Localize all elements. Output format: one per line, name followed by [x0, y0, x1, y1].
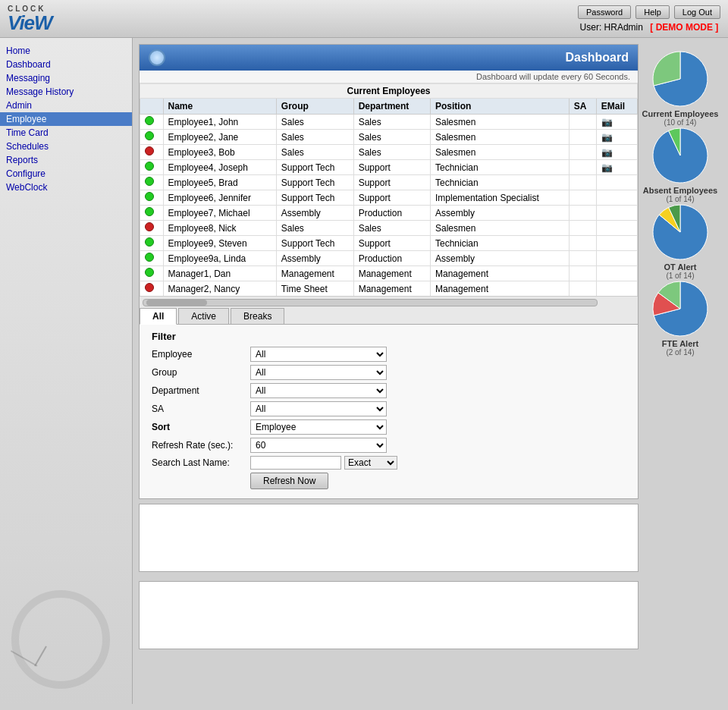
col-status [140, 99, 164, 115]
name-cell: Employee7, Michael [163, 206, 276, 221]
name-cell: Employee5, Brad [163, 175, 276, 190]
filter-group-select[interactable]: All [250, 365, 387, 380]
name-cell: Employee1, John [163, 115, 276, 130]
refresh-now-button[interactable]: Refresh Now [250, 473, 328, 489]
sidebar-item-schedules[interactable]: Schedules [0, 140, 132, 153]
chart-label-1: Absent Employees [643, 186, 717, 195]
department-cell: Management [353, 266, 430, 281]
col-department: Department [353, 99, 430, 115]
tab-all[interactable]: All [140, 308, 177, 325]
name-cell: Employee9a, Linda [163, 251, 276, 266]
sidebar-item-message-history[interactable]: Message History [0, 85, 132, 99]
sidebar-item-messaging[interactable]: Messaging [0, 71, 132, 85]
password-button[interactable]: Password [578, 5, 631, 19]
status-green-icon [145, 253, 154, 262]
group-cell: Assembly [276, 251, 353, 266]
employee-table-wrap[interactable]: Current Employees Name Group Department … [140, 83, 638, 296]
department-cell: Production [353, 206, 430, 221]
tabs-row: All Active Breaks [140, 308, 638, 325]
group-cell: Sales [276, 221, 353, 236]
filter-search-row: Search Last Name: Exact [152, 456, 626, 470]
name-cell: Employee9, Steven [163, 236, 276, 251]
dashboard-content: Dashboard Dashboard will update every 60… [139, 44, 639, 698]
position-cell: Salesmen [431, 145, 570, 160]
email-cell [596, 206, 637, 221]
help-button[interactable]: Help [635, 5, 670, 19]
sa-cell [569, 190, 596, 206]
header: CLOCK VieW Password Help Log Out User: H… [0, 0, 728, 38]
filter-exact-select[interactable]: Exact [344, 456, 397, 470]
sidebar-item-admin[interactable]: Admin [0, 99, 132, 112]
chart-label-2: OT Alert [664, 262, 697, 272]
sa-cell [569, 145, 596, 160]
email-cell [596, 251, 637, 266]
filter-sa-select[interactable]: All [250, 401, 387, 416]
group-cell: Management [276, 266, 353, 281]
sidebar-item-webclock[interactable]: WebClock [0, 181, 132, 194]
sidebar-item-dashboard[interactable]: Dashboard [0, 58, 132, 71]
logout-button[interactable]: Log Out [674, 5, 720, 19]
status-cell [140, 175, 164, 190]
filter-employee-select[interactable]: All [250, 347, 387, 362]
filter-group-label: Group [152, 367, 250, 378]
table-row[interactable]: Employee3, Bob Sales Sales Salesmen 📷 [140, 145, 638, 160]
hscroll-bar[interactable] [143, 299, 598, 306]
filter-search-input[interactable] [250, 456, 341, 470]
sidebar-item-reports[interactable]: Reports [0, 153, 132, 167]
sa-cell [569, 175, 596, 190]
filter-sort-select[interactable]: Employee [250, 419, 387, 435]
table-row[interactable]: Employee5, Brad Support Tech Support Tec… [140, 175, 638, 190]
name-cell: Employee6, Jennifer [163, 190, 276, 206]
hscroll-thumb[interactable] [146, 300, 207, 306]
chart-0: Current Employees (10 of 14) [642, 50, 719, 127]
tab-active[interactable]: Active [178, 308, 229, 324]
col-position: Position [431, 99, 570, 115]
col-group: Group [276, 99, 353, 115]
sidebar-item-employee[interactable]: Employee [0, 112, 132, 126]
table-row[interactable]: Employee9a, Linda Assembly Production As… [140, 251, 638, 266]
sa-cell [569, 281, 596, 297]
tab-breaks[interactable]: Breaks [231, 308, 284, 324]
position-cell: Implementation Specialist [431, 190, 570, 206]
filter-refresh-btn-row: Refresh Now [152, 473, 626, 489]
table-row[interactable]: Manager1, Dan Management Management Mana… [140, 266, 638, 281]
email-cell [596, 175, 637, 190]
group-cell: Time Sheet [276, 281, 353, 297]
logo-view-text: VieW [8, 13, 52, 33]
col-sa: SA [569, 99, 596, 115]
filter-refresh-select[interactable]: 60 [250, 438, 387, 453]
table-row[interactable]: Employee7, Michael Assembly Production A… [140, 206, 638, 221]
status-cell [140, 251, 164, 266]
filter-sort-row: Sort Employee [152, 419, 626, 435]
filter-department-label: Department [152, 385, 250, 396]
status-cell [140, 145, 164, 160]
table-row[interactable]: Employee6, Jennifer Support Tech Support… [140, 190, 638, 206]
sidebar-item-home[interactable]: Home [0, 44, 132, 58]
sa-cell [569, 115, 596, 130]
sa-cell [569, 206, 596, 221]
position-cell: Management [431, 266, 570, 281]
filter-department-select[interactable]: All [250, 383, 387, 398]
hscroll-row[interactable] [140, 296, 638, 308]
table-row[interactable]: Manager2, Nancy Time Sheet Management Ma… [140, 281, 638, 297]
filter-sa-label: SA [152, 404, 250, 414]
sidebar-item-time-card[interactable]: Time Card [0, 126, 132, 140]
chart-sublabel-1: (1 of 14) [666, 195, 694, 203]
right-panel: Current Employees (10 of 14) Absent Empl… [639, 44, 722, 698]
status-green-icon [145, 207, 154, 216]
status-red-icon [145, 146, 154, 156]
filter-refresh-label: Refresh Rate (sec.): [152, 440, 250, 451]
header-right: Password Help Log Out User: HRAdmin [ DE… [578, 5, 720, 33]
dashboard-icon [149, 49, 165, 66]
status-green-icon [145, 237, 154, 247]
group-cell: Assembly [276, 206, 353, 221]
table-row[interactable]: Employee8, Nick Sales Sales Salesmen [140, 221, 638, 236]
email-cell: 📷 [596, 160, 637, 175]
sidebar-item-configure[interactable]: Configure [0, 167, 132, 181]
table-row[interactable]: Employee1, John Sales Sales Salesmen 📷 [140, 115, 638, 130]
table-row[interactable]: Employee2, Jane Sales Sales Salesmen 📷 [140, 130, 638, 145]
chart-sublabel-0: (10 of 14) [664, 118, 697, 127]
table-row[interactable]: Employee9, Steven Support Tech Support T… [140, 236, 638, 251]
table-row[interactable]: Employee4, Joseph Support Tech Support T… [140, 160, 638, 175]
name-cell: Manager2, Nancy [163, 281, 276, 297]
